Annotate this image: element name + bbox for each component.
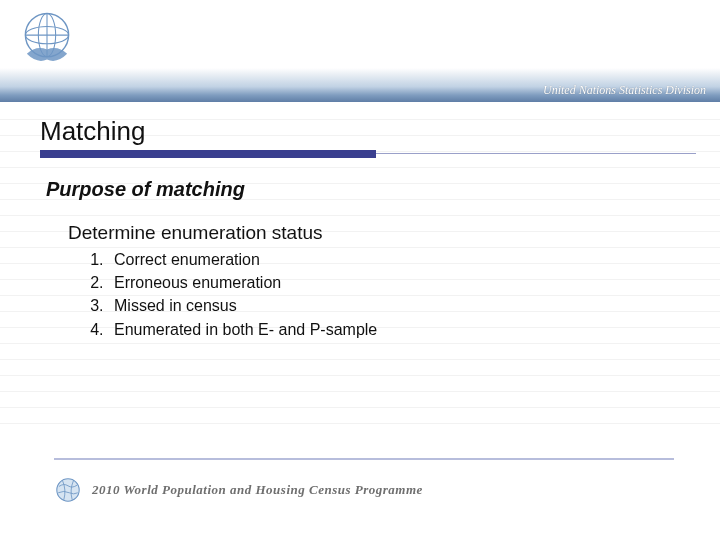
list-item: Erroneous enumeration xyxy=(108,271,377,294)
footer-programme-text: 2010 World Population and Housing Census… xyxy=(92,482,423,498)
title-underline-thick xyxy=(40,150,376,158)
list-item: Enumerated in both E- and P-sample xyxy=(108,318,377,341)
section-heading: Determine enumeration status xyxy=(68,222,323,244)
slide-title: Matching xyxy=(40,116,146,147)
enumeration-status-list: Correct enumeration Erroneous enumeratio… xyxy=(82,248,377,341)
footer-separator xyxy=(54,458,674,460)
header-band: United Nations Statistics Division xyxy=(0,68,720,102)
un-emblem-icon xyxy=(8,2,86,74)
svg-point-5 xyxy=(57,479,79,501)
globe-icon xyxy=(54,476,82,504)
list-item: Missed in census xyxy=(108,294,377,317)
title-underline-thin xyxy=(376,153,696,154)
slide-subtitle: Purpose of matching xyxy=(46,178,245,201)
slide: United Nations Statistics Division Match… xyxy=(0,0,720,540)
header-org-text: United Nations Statistics Division xyxy=(543,83,706,98)
list-item: Correct enumeration xyxy=(108,248,377,271)
footer: 2010 World Population and Housing Census… xyxy=(54,476,423,504)
